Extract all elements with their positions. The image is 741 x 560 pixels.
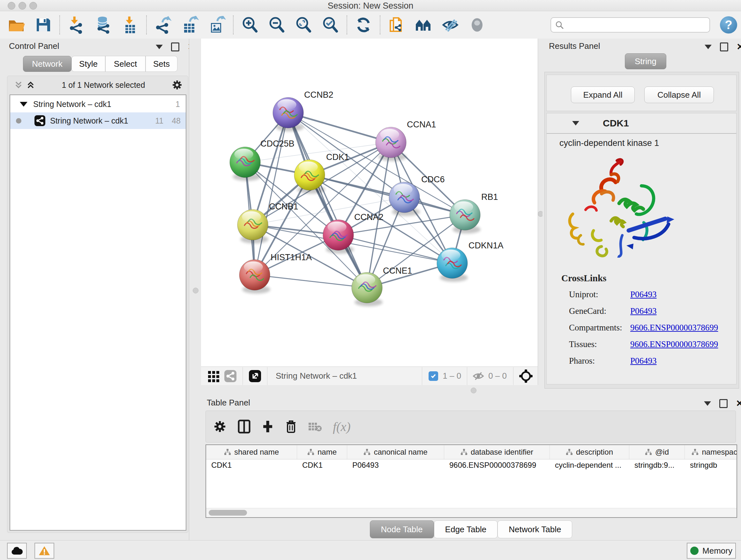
collapse-all-button[interactable]: Collapse All [644,86,714,103]
entry-header[interactable]: CDK1 [547,113,736,134]
column-header-shared-name[interactable]: shared name [206,445,297,459]
splitter-handle[interactable] [471,388,476,393]
panel-menu-icon[interactable] [704,45,712,49]
panel-float-icon[interactable] [719,399,728,408]
tab-sets[interactable]: Sets [145,56,178,72]
warning-status-button[interactable] [35,543,54,559]
export-image-button[interactable] [207,16,226,34]
table-cell[interactable]: stringdb:9... [629,459,685,471]
node-CCNB1[interactable]: CCNB1 [238,202,298,244]
tree-expand-icon[interactable] [20,102,27,107]
edge-HIST1H1A-CCNE1[interactable] [255,275,367,288]
tab-network-table[interactable]: Network Table [497,520,572,538]
panel-menu-icon[interactable] [704,401,711,406]
crosslink-link[interactable]: 9606.ENSP00000378699 [630,323,718,333]
panel-menu-icon[interactable] [156,45,163,49]
zoom-fit-button[interactable] [294,16,313,34]
edge-CCNB2-HIST1H1A[interactable] [255,113,288,275]
tab-string[interactable]: String [625,53,666,69]
tab-node-table[interactable]: Node Table [370,520,434,538]
search-field[interactable] [550,17,710,33]
column-header--id[interactable]: @id [629,445,685,459]
import-table-file-button[interactable] [121,16,139,34]
zoom-selected-button[interactable] [321,16,340,34]
node-CCNA1[interactable]: CCNA1 [376,120,436,161]
tab-select[interactable]: Select [105,56,145,72]
scrollbar-thumb[interactable] [209,510,247,516]
function-builder-button[interactable]: f(x) [333,419,351,434]
gear-icon[interactable] [172,79,183,91]
node-CDK1[interactable]: CDK1 [294,152,349,194]
column-header-database-identifier[interactable]: database identifier [444,445,550,459]
zoom-in-button[interactable] [241,16,259,34]
search-input[interactable] [564,20,705,30]
table-horizontal-scrollbar[interactable] [206,508,737,517]
collapse-all-icon[interactable] [14,80,23,90]
node-CCNE1[interactable]: CCNE1 [352,266,412,307]
import-network-database-button[interactable] [94,16,112,34]
delete-column-icon[interactable] [285,420,297,434]
left-splitter[interactable] [189,39,202,540]
expand-all-button[interactable]: Expand All [571,86,635,103]
open-session-button[interactable] [7,16,25,34]
table-cell[interactable]: CDK1 [206,459,297,471]
export-network-button[interactable] [154,16,172,34]
tab-network[interactable]: Network [23,56,71,72]
first-neighbors-button[interactable] [414,16,433,34]
tab-style[interactable]: Style [71,56,105,72]
table-cell[interactable]: stringdb [685,459,737,471]
cloud-status-button[interactable] [7,543,27,559]
panel-float-icon[interactable] [171,43,179,51]
crosslink-link[interactable]: P06493 [630,306,657,316]
table-cell[interactable]: CDK1 [297,459,347,471]
network-row-selected[interactable]: String Network – cdk1 11 48 [10,112,186,129]
zoom-out-button[interactable] [267,16,286,34]
import-network-file-button[interactable] [67,16,85,34]
node-RB1[interactable]: RB1 [450,192,498,234]
clear-table-icon[interactable] [308,421,322,432]
network-canvas[interactable]: CCNB2CCNA1CDC25BCDK1CDC6RB1CCNB1CCNA2CDK… [201,39,538,367]
tab-edge-table[interactable]: Edge Table [434,520,498,538]
column-header-canonical-name[interactable]: canonical name [347,445,444,459]
hide-selected-button[interactable] [441,16,460,34]
export-table-button[interactable] [181,16,199,34]
table-row[interactable]: CDK1CDK1P064939606.ENSP00000378699cyclin… [206,459,737,471]
show-columns-icon[interactable] [238,420,251,434]
selection-checkbox[interactable] [428,371,438,381]
entry-collapse-icon[interactable] [572,121,579,125]
table-cell[interactable]: P06493 [347,459,444,471]
help-button[interactable]: ? [720,16,737,34]
detach-view-icon[interactable] [249,370,261,382]
add-column-icon[interactable] [261,420,274,434]
column-header-namespace[interactable]: namespace [685,445,737,459]
crosslink-link[interactable]: P06493 [630,290,657,300]
column-header-name[interactable]: name [297,445,347,459]
node-HIST1H1A[interactable]: HIST1H1A [239,253,312,294]
save-session-button[interactable] [34,16,52,34]
table-cell[interactable]: 9606.ENSP00000378699 [444,459,550,471]
zoom-in-icon [241,16,259,34]
birds-eye-toggle-icon[interactable] [519,369,533,383]
network-graph[interactable]: CCNB2CCNA1CDC25BCDK1CDC6RB1CCNB1CCNA2CDK… [201,39,538,367]
hidden-eye-slash-icon[interactable] [472,370,484,382]
memory-button[interactable]: Memory [687,543,736,559]
panel-close-icon[interactable]: ✕ [736,400,741,407]
node-CCNB2[interactable]: CCNB2 [273,90,333,132]
crosslink-link[interactable]: 9606.ENSP00000378699 [630,339,718,349]
network-collection-row[interactable]: String Network – cdk1 1 [10,96,186,112]
node-CDC6[interactable]: CDC6 [389,175,445,216]
apply-layout-button[interactable] [354,16,373,34]
panel-float-icon[interactable] [720,43,728,51]
splitter-handle[interactable] [193,288,199,294]
clone-network-button[interactable] [387,16,406,34]
node-CDKN1A[interactable]: CDKN1A [437,241,503,282]
network-view-icon[interactable] [224,370,237,382]
show-all-button[interactable] [468,16,486,34]
table-gear-icon[interactable] [213,420,227,434]
column-header-description[interactable]: description [550,445,629,459]
table-cell[interactable]: cyclin-dependent ... [550,459,629,471]
panel-close-icon[interactable]: ✕ [737,44,741,51]
expand-all-icon[interactable] [26,80,36,90]
grid-view-icon[interactable] [207,370,220,382]
crosslink-link[interactable]: P06493 [630,356,657,366]
